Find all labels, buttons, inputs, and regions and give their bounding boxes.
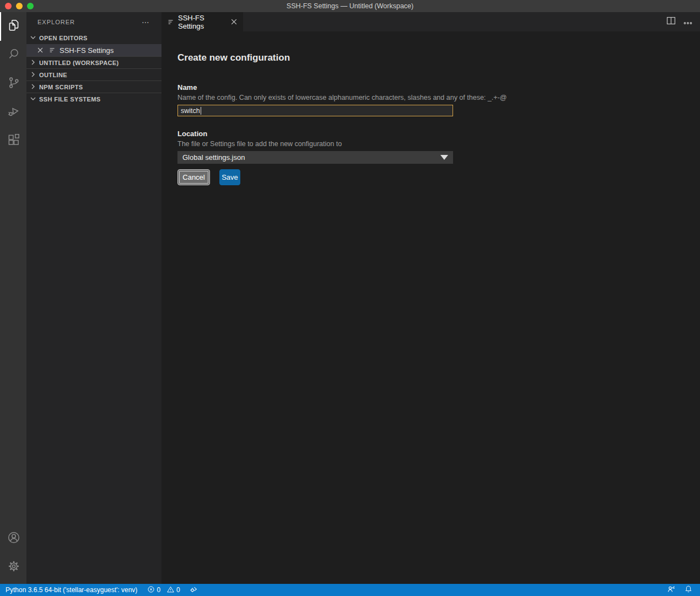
chevron-down-icon (26, 94, 39, 104)
search-icon (7, 47, 21, 63)
close-icon[interactable] (230, 18, 238, 25)
activity-source-control-button[interactable] (0, 69, 26, 98)
open-editor-label: SSH-FS Settings (60, 46, 114, 55)
activity-explorer-button[interactable] (0, 12, 26, 41)
tab-label: SSH-FS Settings (178, 14, 230, 30)
workbench: EXPLORER ⋯ OPEN EDITORS (0, 12, 700, 584)
location-selected-option: Global settings.json (182, 153, 245, 162)
name-input[interactable]: switch (177, 105, 453, 116)
activity-extensions-button[interactable] (0, 127, 26, 155)
section-open-editors[interactable]: OPEN EDITORS (26, 32, 161, 44)
problems-status[interactable]: 0 0 (147, 586, 180, 595)
editor-group: SSH-FS Settings (161, 12, 700, 584)
warning-count: 0 (176, 586, 180, 594)
section-outline[interactable]: OUTLINE (26, 68, 161, 80)
error-count: 0 (157, 586, 160, 594)
sidebar-more-actions-icon[interactable]: ⋯ (142, 18, 150, 26)
gear-icon (7, 559, 21, 576)
save-button[interactable]: Save (219, 169, 240, 185)
editor-actions (666, 12, 700, 31)
split-editor-icon[interactable] (666, 17, 676, 27)
section-npm-scripts[interactable]: NPM SCRIPTS (26, 80, 161, 93)
section-untitled-workspace[interactable]: UNTITLED (WORKSPACE) (26, 56, 161, 68)
notifications-status[interactable] (685, 585, 692, 595)
run-debug-icon (7, 104, 21, 121)
name-field-group: Name Name of the config. Can only exists… (177, 83, 700, 116)
text-cursor (201, 107, 201, 115)
more-actions-icon[interactable] (683, 17, 692, 27)
account-icon (7, 530, 21, 547)
python-interpreter-status[interactable]: Python 3.6.5 64-bit ('stellar-easyguest'… (6, 586, 137, 594)
sidebar-title-row: EXPLORER ⋯ (26, 12, 161, 32)
manage-button[interactable] (0, 553, 26, 582)
tab-bar: SSH-FS Settings (161, 12, 700, 31)
chevron-down-icon (26, 33, 39, 43)
window-title: SSH-FS Settings — Untitled (Workspace) (287, 2, 413, 10)
close-icon[interactable] (37, 47, 44, 53)
source-control-icon (7, 76, 21, 92)
error-icon (147, 586, 155, 595)
status-bar-right (666, 585, 694, 595)
run-status[interactable] (189, 585, 198, 595)
run-icon (189, 585, 198, 595)
accounts-button[interactable] (0, 524, 26, 553)
traffic-lights (5, 3, 34, 9)
extensions-icon (7, 133, 21, 149)
cancel-button[interactable]: Cancel (177, 169, 210, 185)
activity-bar-bottom (0, 524, 26, 584)
title-bar: SSH-FS Settings — Untitled (Workspace) (0, 0, 700, 12)
feedback-status[interactable] (666, 585, 676, 595)
close-window-button[interactable] (5, 3, 12, 9)
files-icon (7, 18, 21, 35)
settings-list-icon (167, 18, 175, 26)
section-ssh-file-systems[interactable]: SSH FILE SYSTEMS (26, 93, 161, 105)
live-share-icon (666, 585, 676, 595)
chevron-right-icon (26, 70, 39, 80)
tab-sshfs-settings[interactable]: SSH-FS Settings (161, 12, 243, 31)
form-buttons: Cancel Save (177, 169, 700, 185)
name-description: Name of the config. Can only exists of l… (177, 94, 700, 101)
name-input-value: switch (181, 107, 200, 115)
sidebar-title: EXPLORER (37, 19, 75, 25)
location-field-group: Location The file or Settings file to ad… (177, 130, 700, 164)
minimize-window-button[interactable] (16, 3, 23, 9)
location-description: The file or Settings file to add the new… (177, 140, 700, 148)
page-title: Create new configuration (177, 52, 700, 63)
dropdown-caret-icon (440, 155, 448, 160)
sshfs-settings-page: Create new configuration Name Name of th… (161, 31, 700, 584)
activity-bar (0, 12, 26, 584)
bell-icon (685, 585, 692, 595)
maximize-window-button[interactable] (27, 3, 34, 9)
name-label: Name (177, 83, 700, 92)
explorer-sidebar: EXPLORER ⋯ OPEN EDITORS (26, 12, 161, 584)
activity-run-debug-button[interactable] (0, 98, 26, 127)
location-select[interactable]: Global settings.json (177, 151, 453, 164)
settings-list-icon (49, 46, 56, 54)
vscode-window: SSH-FS Settings — Untitled (Workspace) (0, 0, 700, 596)
chevron-right-icon (26, 82, 39, 92)
location-label: Location (177, 130, 700, 138)
status-bar: Python 3.6.5 64-bit ('stellar-easyguest'… (0, 584, 700, 596)
open-editor-item-sshfs-settings[interactable]: SSH-FS Settings (26, 44, 161, 56)
chevron-right-icon (26, 58, 39, 68)
activity-search-button[interactable] (0, 41, 26, 69)
warning-icon (166, 586, 175, 595)
